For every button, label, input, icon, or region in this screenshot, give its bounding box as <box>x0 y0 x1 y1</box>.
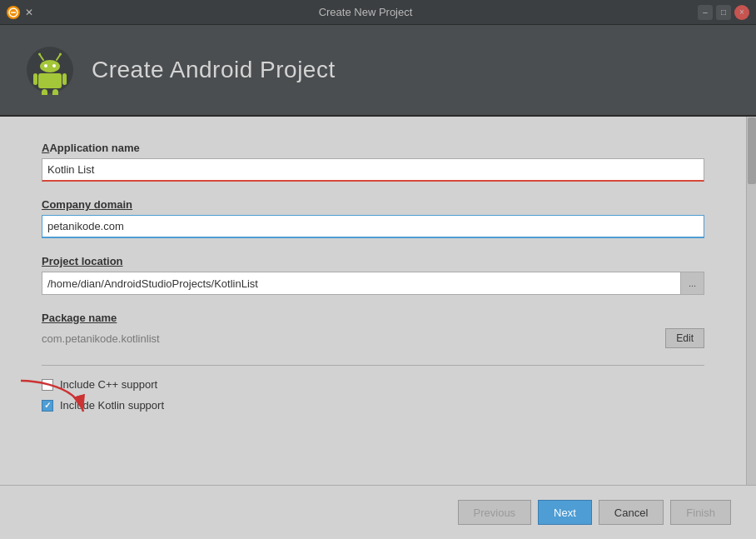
package-name-label: Package name <box>42 312 704 324</box>
svg-point-6 <box>59 53 62 56</box>
package-name-value: com.petanikode.kotlinlist <box>42 332 160 345</box>
maximize-button[interactable]: □ <box>716 5 731 20</box>
svg-rect-14 <box>52 89 58 95</box>
company-domain-group: Company domain <box>42 198 704 238</box>
header-title: Create Android Project <box>92 57 336 83</box>
header: Create Android Project <box>0 25 756 117</box>
edit-package-button[interactable]: Edit <box>665 328 704 348</box>
svg-rect-12 <box>62 73 67 85</box>
divider <box>42 365 704 366</box>
package-name-group: Package name com.petanikode.kotlinlist E… <box>42 312 704 348</box>
project-location-group: Project location ... <box>42 255 704 295</box>
svg-rect-11 <box>33 73 37 85</box>
svg-point-8 <box>44 64 47 67</box>
android-logo-icon <box>25 45 75 95</box>
bottom-bar: Previous Next Cancel Finish <box>0 485 756 539</box>
title-close-x-icon[interactable]: ✕ <box>25 7 33 18</box>
kotlin-support-row: Include Kotlin support <box>42 399 704 412</box>
checkbox-group: Include C++ support Include Kotlin suppo… <box>42 378 704 412</box>
titlebar: ✕ Create New Project – □ × <box>0 0 756 25</box>
svg-rect-7 <box>40 60 60 72</box>
project-location-input[interactable] <box>42 272 681 295</box>
arrow-indicator-icon <box>17 377 92 422</box>
cancel-button[interactable]: Cancel <box>599 500 664 525</box>
form-content: AApplication name Company domain Project… <box>0 117 746 485</box>
close-button[interactable]: × <box>734 5 749 20</box>
project-location-label: Project location <box>42 255 704 267</box>
app-name-group: AApplication name <box>42 142 704 182</box>
titlebar-controls: – □ × <box>698 5 749 20</box>
main-area: AApplication name Company domain Project… <box>0 117 756 485</box>
window-title: Create New Project <box>33 6 698 18</box>
browse-button[interactable]: ... <box>681 272 704 295</box>
minimize-button[interactable]: – <box>698 5 713 20</box>
cpp-support-row: Include C++ support <box>42 378 704 391</box>
app-name-input[interactable] <box>42 158 704 182</box>
package-name-row: com.petanikode.kotlinlist Edit <box>42 328 704 348</box>
svg-rect-10 <box>38 73 62 88</box>
company-domain-label: Company domain <box>42 198 704 211</box>
app-icon <box>7 6 20 19</box>
titlebar-left: ✕ <box>7 6 33 19</box>
svg-point-9 <box>52 64 56 67</box>
next-button[interactable]: Next <box>538 500 592 525</box>
previous-button[interactable]: Previous <box>458 500 532 525</box>
svg-rect-13 <box>42 89 47 95</box>
scrollbar-thumb[interactable] <box>748 117 756 184</box>
app-name-label: AApplication name <box>42 142 704 154</box>
location-row: ... <box>42 272 704 295</box>
company-domain-input[interactable] <box>42 215 704 238</box>
svg-point-4 <box>38 53 41 56</box>
finish-button[interactable]: Finish <box>670 500 731 525</box>
scrollbar[interactable] <box>746 117 756 485</box>
